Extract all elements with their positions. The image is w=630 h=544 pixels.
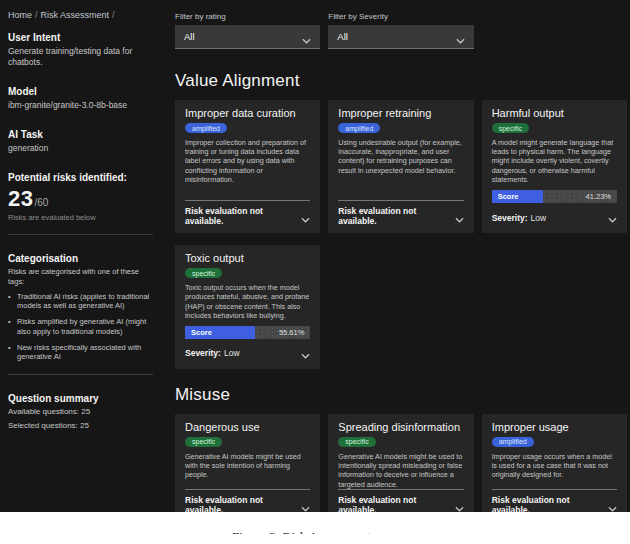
- sidebar: Home/Risk Assessment/ User Intent Genera…: [0, 0, 163, 512]
- filter-severity-value: All: [337, 31, 348, 42]
- figure-caption-area: Figure 3: Risk Assessment page: [0, 512, 630, 534]
- risk-score-fill: Score: [185, 326, 255, 339]
- severity-value: Low: [531, 213, 547, 223]
- sidebar-divider-2: [8, 374, 153, 375]
- risk-description: Using undesirable output (for example, i…: [338, 138, 463, 175]
- risk-card-title: Improper retraining: [338, 107, 463, 119]
- risk-eval-text: Risk evaluation not available.: [185, 494, 301, 512]
- filter-severity-label: Filter by Severity: [328, 12, 473, 21]
- risk-card-improper-retraining: Improper retraining amplified Using unde…: [328, 100, 473, 233]
- main-content: Filter by rating All Filter by Severity …: [163, 0, 630, 512]
- sidebar-divider: [8, 234, 153, 235]
- risk-card-title: Improper usage: [492, 421, 617, 433]
- user-intent-value: Generate training/testing data for chatb…: [8, 46, 153, 68]
- severity-label: Severity:: [185, 348, 221, 358]
- risks-identified-note: Risks are evaluated below: [8, 213, 153, 222]
- risk-score-value: 55.61%: [279, 326, 304, 339]
- chevron-down-icon[interactable]: [455, 209, 464, 227]
- breadcrumb: Home/Risk Assessment/: [8, 10, 153, 20]
- risk-card-harmful-output: Harmful output specific A model might ge…: [482, 100, 627, 233]
- chevron-down-icon: [456, 30, 465, 48]
- risk-eval-text: Risk evaluation not available.: [338, 205, 454, 226]
- severity-label: Severity:: [492, 213, 528, 223]
- risk-score-bar: Score 55.61%: [185, 326, 310, 339]
- risk-score-label: Score: [185, 328, 212, 337]
- filter-severity-dropdown[interactable]: All: [328, 25, 473, 49]
- model-label: Model: [8, 86, 153, 97]
- risk-card-improper-data-curation: Improper data curation amplified Imprope…: [175, 100, 320, 233]
- severity-expander[interactable]: Severity: Low: [185, 344, 310, 363]
- risk-card-spreading-disinformation: Spreading disinformation specific Genera…: [328, 414, 473, 512]
- risk-description: A model might generate language that lea…: [492, 138, 617, 184]
- model-value: ibm-granite/granite-3.0-8b-base: [8, 100, 153, 111]
- value-alignment-grid: Improper data curation amplified Imprope…: [175, 100, 627, 369]
- risk-eval-text: Risk evaluation not available.: [492, 494, 608, 512]
- breadcrumb-separator: /: [35, 10, 38, 20]
- risks-identified-count-row: 23 /60: [8, 186, 153, 212]
- risk-eval-expander[interactable]: Risk evaluation not available.: [185, 489, 310, 512]
- risk-score-label: Score: [492, 192, 519, 201]
- breadcrumb-current[interactable]: Risk Assessment: [41, 10, 110, 20]
- breadcrumb-separator-2: /: [112, 10, 115, 20]
- risk-eval-expander[interactable]: Risk evaluation not available.: [338, 489, 463, 512]
- chevron-down-icon[interactable]: [301, 498, 310, 512]
- breadcrumb-home[interactable]: Home: [8, 10, 32, 20]
- filter-bar: Filter by rating All Filter by Severity …: [175, 12, 627, 49]
- risk-tag-specific: specific: [338, 437, 375, 447]
- figure-page: Home/Risk Assessment/ User Intent Genera…: [0, 0, 630, 544]
- risk-score-bar: Score 41.23%: [492, 190, 617, 203]
- risk-eval-text: Risk evaluation not available.: [338, 494, 454, 512]
- risk-card-title: Toxic output: [185, 252, 310, 264]
- categorisation-title: Categorisation: [8, 253, 153, 264]
- filter-rating: Filter by rating All: [175, 12, 320, 49]
- selected-questions: Selected questions: 25: [8, 421, 153, 430]
- severity-expander[interactable]: Severity: Low: [492, 208, 617, 227]
- risk-eval-expander[interactable]: Risk evaluation not available.: [492, 489, 617, 512]
- filter-severity: Filter by Severity All: [328, 12, 473, 49]
- risk-card-toxic-output: Toxic output specific Toxic output occur…: [175, 245, 320, 369]
- risks-identified-label: Potential risks identified:: [8, 172, 153, 183]
- risk-card-title: Improper data curation: [185, 107, 310, 119]
- filter-rating-value: All: [184, 31, 195, 42]
- categorisation-bullet-list: Traditional AI risks (applies to traditi…: [8, 292, 153, 363]
- figure-caption: Figure 3: Risk Assessment page: [0, 529, 630, 534]
- categorisation-bullet: Risks amplified by generative AI (might …: [8, 317, 153, 337]
- risk-description: Improper usage occurs when a model is us…: [492, 452, 617, 480]
- risk-card-dangerous-use: Dangerous use specific Generative AI mod…: [175, 414, 320, 512]
- risk-assessment-app: Home/Risk Assessment/ User Intent Genera…: [0, 0, 630, 512]
- risk-eval-text: Risk evaluation not available.: [185, 205, 301, 226]
- chevron-down-icon[interactable]: [301, 345, 310, 363]
- risk-description: Generative AI models might be used with …: [185, 452, 310, 480]
- risk-tag-specific: specific: [492, 123, 529, 133]
- categorisation-bullet: New risks specifically associated with g…: [8, 343, 153, 363]
- risk-tag-amplified: amplified: [492, 437, 534, 447]
- chevron-down-icon: [302, 30, 311, 48]
- risk-eval-expander[interactable]: Risk evaluation not available.: [185, 200, 310, 227]
- categorisation-bullet: Traditional AI risks (applies to traditi…: [8, 292, 153, 312]
- risk-description: Generative AI models might be used to in…: [338, 452, 463, 489]
- risk-eval-expander[interactable]: Risk evaluation not available.: [338, 200, 463, 227]
- filter-rating-dropdown[interactable]: All: [175, 25, 320, 49]
- risk-card-title: Dangerous use: [185, 421, 310, 433]
- chevron-down-icon[interactable]: [301, 209, 310, 227]
- chevron-down-icon[interactable]: [455, 498, 464, 512]
- risk-tag-specific: specific: [185, 268, 222, 278]
- risk-score-value: 41.23%: [586, 190, 611, 203]
- misuse-grid: Dangerous use specific Generative AI mod…: [175, 414, 627, 512]
- available-questions: Available questions: 25: [8, 407, 153, 416]
- risk-card-title: Harmful output: [492, 107, 617, 119]
- risk-tag-specific: specific: [185, 437, 222, 447]
- ai-task-label: AI Task: [8, 129, 153, 140]
- risk-description: Toxic output occurs when the model produ…: [185, 283, 310, 320]
- ai-task-value: generation: [8, 143, 153, 154]
- chevron-down-icon[interactable]: [608, 209, 617, 227]
- categorisation-intro: Risks are categorised with one of these …: [8, 267, 153, 287]
- risk-tag-amplified: amplified: [185, 123, 227, 133]
- severity-value: Low: [224, 348, 240, 358]
- section-title-misuse: Misuse: [175, 385, 627, 405]
- risks-identified-count: 23: [8, 186, 33, 212]
- risk-score-fill: Score: [492, 190, 544, 203]
- filter-rating-label: Filter by rating: [175, 12, 320, 21]
- risk-card-improper-usage: Improper usage amplified Improper usage …: [482, 414, 627, 512]
- chevron-down-icon[interactable]: [608, 498, 617, 512]
